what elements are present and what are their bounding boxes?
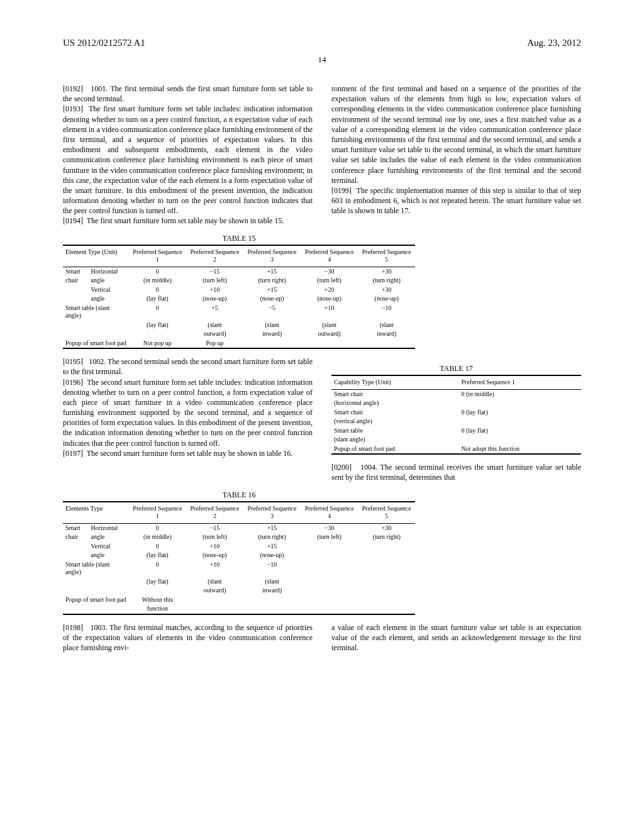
td: −30 [301,523,358,533]
patent-page: US 2012/0212572 A1 Aug. 23, 2012 14 [019… [0,0,644,830]
td [301,586,358,595]
td: angle [88,551,128,560]
td: (lay flat) [129,294,186,304]
td: 0 [129,542,186,551]
table-row: Smart chair0 (lay flat) [331,408,581,418]
td: (turn left) [186,533,243,542]
td: (turn right) [243,276,301,285]
td: (turn left) [301,533,358,542]
table-15: Element Type (Unit) Preferred Sequence 1… [63,245,415,350]
td [459,435,581,445]
table-row: chair angle (in middle) (turn left) (tur… [63,276,415,285]
left-column: [0192] 1001. The first terminal sends th… [63,84,313,226]
td [358,339,415,349]
td: −10 [243,560,301,577]
td: Smart chair [331,389,459,399]
td [129,586,186,595]
td [63,542,88,551]
th: Preferred Sequence 5 [358,245,415,267]
para-cont-bottom: a value of each element in the smart fur… [331,622,581,653]
td [243,604,301,614]
table-15-header-row: Element Type (Unit) Preferred Sequence 1… [63,245,415,267]
table-17-caption: TABLE 17 [331,364,581,374]
td: 0 [129,285,186,295]
td: angle [88,294,128,304]
td [301,339,358,349]
td: +30 [358,523,415,533]
table-row: (vertical angle) [331,417,581,426]
page-header: US 2012/0212572 A1 Aug. 23, 2012 [63,38,581,48]
td: +5 [186,304,243,321]
table-row: Smart table (slant angle) 0 +5 −5 +10 −1… [63,304,415,321]
right-column: ronment of the first terminal and based … [331,84,581,226]
td [301,577,358,587]
td: Horizontal [88,523,128,533]
td [358,586,415,595]
table-16-caption: TABLE 16 [63,490,415,500]
td: (turn left) [186,276,243,285]
td: outward) [186,586,243,595]
td: (slant [243,577,301,587]
para-0198: [0198] 1003. The first terminal matches,… [63,622,313,653]
td: −10 [358,304,415,321]
td [63,321,129,330]
td: (slant [186,577,243,587]
table-row: Smart chair0 (in middle) [331,389,581,399]
right-column-mid: TABLE 17 Capability Type (Unit) Preferre… [331,357,581,482]
td: Popup of smart foot pad [63,595,129,605]
td: (nose-up) [243,294,301,304]
th: Preferred Sequence 3 [243,245,301,267]
td: (slant [186,321,243,330]
bottom-columns: [0198] 1003. The first terminal matches,… [63,622,581,653]
td: (nose-up) [358,294,415,304]
td [63,285,88,295]
td: (slant [358,321,415,330]
td: 0 [129,304,186,321]
td: +10 [186,542,243,551]
td: +20 [301,285,358,295]
td: −15 [186,523,243,533]
td [301,551,358,560]
td: outward) [301,329,358,339]
th: Preferred Sequence 4 [301,502,358,524]
td: (turn right) [358,533,415,542]
para-0196: [0196] The second smart furniture form s… [63,377,313,448]
td [301,595,358,605]
right-column-bottom: a value of each element in the smart fur… [331,622,581,653]
td: Not adopt this function [459,445,581,455]
left-column-mid: [0195] 1002. The second terminal sends t… [63,357,313,482]
publication-number: US 2012/0212572 A1 [63,38,145,48]
td: +15 [243,542,301,551]
td: inward) [243,586,301,595]
td: Smart [63,523,88,533]
td: Pop up [186,339,243,349]
td [63,577,129,587]
td: Smart chair [331,408,459,418]
td: −15 [186,267,243,276]
mid-columns: [0195] 1002. The second terminal sends t… [63,357,581,482]
td: Smart table (slant angle) [63,304,129,321]
td: +15 [243,523,301,533]
td [243,339,301,349]
table-row: (slant angle) [331,435,581,445]
td: +10 [301,304,358,321]
td: (nose-up) [186,551,243,560]
th: Preferred Sequence 2 [186,502,243,524]
td: inward) [243,329,301,339]
th: Preferred Sequence 5 [358,502,415,524]
td [358,542,415,551]
td [243,595,301,605]
table-16-header-row: Elements Type Preferred Sequence 1 Prefe… [63,502,415,524]
td: chair [63,276,88,285]
td: (vertical angle) [331,417,459,426]
td: 0 [129,267,186,276]
table-row: angle (lay flat) (nose-up) (nose-up) (no… [63,294,415,304]
td: function [129,604,186,614]
td: 0 [129,523,186,533]
td: −5 [243,304,301,321]
td: +15 [243,285,301,295]
td: Popup of smart foot pad [331,445,459,455]
td: 0 [129,560,186,577]
th: Preferred Sequence 1 [129,502,186,524]
para-0193: [0193] The first smart furniture form se… [63,104,313,216]
